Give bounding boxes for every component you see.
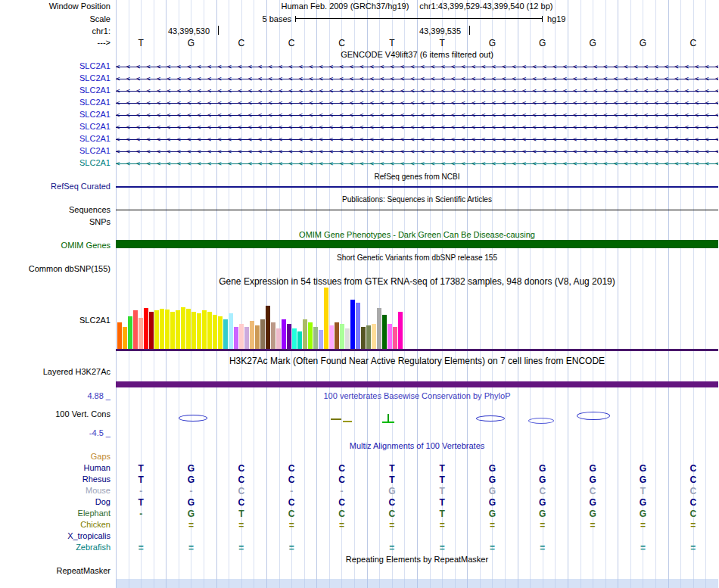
multiz-alignment-row[interactable]: TGCCCTTGGGGC [116, 474, 718, 485]
h3k27ac-track-title[interactable]: H3K27Ac Mark (Often Found Near Active Re… [116, 356, 718, 366]
multiz-species-label[interactable]: Human [0, 463, 114, 473]
gtex-expression-bar[interactable] [139, 318, 143, 350]
gtex-expression-bar[interactable] [170, 312, 175, 350]
gtex-expression-bar[interactable] [335, 322, 339, 350]
gencode-transcript-label[interactable]: SLC2A1 [0, 110, 114, 120]
gtex-expression-bar[interactable] [361, 327, 366, 350]
gtex-expression-bar[interactable] [372, 324, 376, 350]
multiz-alignment-row[interactable]: ========== [116, 543, 718, 553]
gtex-expression-bar[interactable] [297, 331, 302, 350]
gencode-transcript-label[interactable]: SLC2A1 [0, 86, 114, 95]
gencode-transcript-label[interactable]: SLC2A1 [0, 146, 114, 156]
gtex-expression-bar[interactable] [223, 319, 228, 350]
gtex-expression-bar[interactable] [160, 309, 164, 350]
multiz-species-label[interactable]: Elephant [0, 509, 114, 518]
multiz-species-label[interactable]: Gaps [0, 452, 114, 462]
dbsnp-track-title[interactable]: Short Genetic Variants from dbSNP releas… [116, 253, 718, 263]
gtex-expression-bar[interactable] [239, 324, 244, 350]
track-label-refseq-curated[interactable]: RefSeq Curated [0, 182, 114, 191]
gtex-expression-bar[interactable] [149, 312, 154, 350]
publications-track-title[interactable]: Publications: Sequences in Scientific Ar… [116, 194, 718, 204]
multiz-track-title[interactable]: Multiz Alignments of 100 Vertebrates [116, 441, 718, 451]
gencode-track-title[interactable]: GENCODE V49lift37 (6 items filtered out) [116, 50, 718, 60]
gtex-gene-model-line[interactable] [116, 349, 718, 351]
track-label-omim-genes[interactable]: OMIM Genes [0, 241, 114, 250]
gtex-expression-bar[interactable] [197, 313, 201, 350]
gtex-expression-bar[interactable] [308, 322, 313, 350]
gtex-expression-bar[interactable] [207, 312, 212, 350]
gtex-expression-bar[interactable] [133, 310, 138, 350]
refseq-gene-line[interactable] [116, 186, 718, 188]
gtex-expression-bar[interactable] [329, 325, 334, 350]
gtex-expression-bar[interactable] [266, 306, 270, 350]
gtex-expression-bar[interactable] [356, 303, 360, 350]
gtex-expression-bar[interactable] [218, 316, 223, 350]
gtex-expression-bar[interactable] [154, 310, 159, 350]
gtex-expression-bar[interactable] [191, 312, 196, 350]
gencode-transcript-label[interactable]: SLC2A1 [0, 122, 114, 132]
publications-sequence-line[interactable] [116, 210, 718, 210]
gtex-expression-bar[interactable] [229, 313, 233, 350]
h3k27ac-signal-bar[interactable] [116, 381, 718, 387]
gtex-expression-bar[interactable] [181, 307, 185, 350]
multiz-alignment-row[interactable]: TGCCCTTGGGGC [116, 463, 718, 474]
multiz-species-label[interactable]: Zebrafish [0, 543, 114, 552]
gtex-expression-bar[interactable] [186, 309, 191, 350]
track-label-common-dbsnp[interactable]: Common dbSNP(155) [0, 264, 114, 274]
track-label-sequences[interactable]: Sequences [0, 205, 114, 215]
gtex-expression-bar[interactable] [250, 321, 254, 350]
gtex-expression-bar[interactable] [388, 324, 392, 350]
gtex-expression-bar[interactable] [213, 315, 217, 350]
gtex-expression-bar[interactable] [144, 308, 148, 350]
track-label-gtex-gene[interactable]: SLC2A1 [0, 316, 114, 325]
omim-gene-bar[interactable] [116, 240, 718, 248]
gtex-expression-bar[interactable] [244, 327, 249, 350]
gtex-expression-bar[interactable] [123, 327, 127, 350]
gtex-expression-bar[interactable] [260, 319, 265, 350]
track-label-snps[interactable]: SNPs [0, 217, 114, 227]
gtex-expression-bar[interactable] [176, 310, 180, 350]
gencode-transcript-label[interactable]: SLC2A1 [0, 98, 114, 107]
gencode-transcript-label[interactable]: SLC2A1 [0, 61, 114, 71]
gtex-expression-bar[interactable] [366, 325, 371, 350]
gtex-expression-bar[interactable] [350, 300, 355, 350]
gencode-transcript-label[interactable]: SLC2A1 [0, 134, 114, 144]
repeatmasker-track-area[interactable] [116, 579, 718, 588]
gtex-expression-bar[interactable] [255, 325, 260, 350]
gtex-expression-bar[interactable] [202, 310, 207, 350]
gtex-expression-bar[interactable] [340, 324, 344, 350]
gtex-track-title[interactable]: Gene Expression in 54 tissues from GTEx … [116, 277, 718, 287]
gtex-expression-bar[interactable] [287, 324, 291, 350]
gtex-expression-bar[interactable] [393, 327, 397, 350]
multiz-species-label[interactable]: Dog [0, 497, 114, 507]
multiz-species-label[interactable]: Mouse [0, 486, 114, 496]
gtex-expression-bar[interactable] [128, 316, 132, 350]
track-label-layered-h3k27ac[interactable]: Layered H3K27Ac [0, 367, 114, 377]
gtex-expression-bar[interactable] [292, 328, 297, 350]
gtex-expression-bar[interactable] [276, 328, 281, 350]
gencode-transcript-label[interactable]: SLC2A1 [0, 73, 114, 83]
gtex-expression-bar[interactable] [271, 322, 275, 350]
gtex-expression-bar[interactable] [234, 327, 238, 350]
refseq-track-title[interactable]: RefSeq genes from NCBI [116, 172, 718, 182]
multiz-alignment-row[interactable]: TGCCCCTGGGGC [116, 497, 718, 508]
multiz-alignment-row[interactable]: =========== [116, 520, 718, 530]
gtex-expression-bar[interactable] [398, 312, 403, 350]
gtex-expression-bar[interactable] [319, 330, 323, 350]
gtex-expression-bar[interactable] [165, 310, 170, 350]
gtex-expression-bar[interactable] [382, 315, 387, 350]
omim-track-title[interactable]: OMIM Gene Phenotypes - Dark Green Can Be… [116, 230, 718, 240]
gtex-expression-bar[interactable] [324, 288, 328, 350]
gtex-expression-bar[interactable] [282, 319, 286, 350]
track-label-100-vert-cons[interactable]: 100 Vert. Cons [0, 409, 114, 419]
repeatmasker-track-title[interactable]: Repeating Elements by RepeatMasker [116, 555, 718, 565]
gencode-transcript-label[interactable]: SLC2A1 [0, 158, 114, 168]
gtex-expression-bar[interactable] [345, 328, 350, 350]
multiz-species-label[interactable]: X_tropicalis [0, 531, 114, 541]
multiz-alignment-row[interactable]: -GTCCCTGGGGC [116, 509, 718, 519]
multiz-alignment-row[interactable]: --C--GTGCCTC [116, 486, 718, 496]
gtex-expression-bar[interactable] [117, 322, 122, 350]
gtex-expression-bar[interactable] [303, 319, 307, 350]
track-label-repeatmasker[interactable]: RepeatMasker [0, 566, 114, 576]
multiz-species-label[interactable]: Rhesus [0, 474, 114, 484]
